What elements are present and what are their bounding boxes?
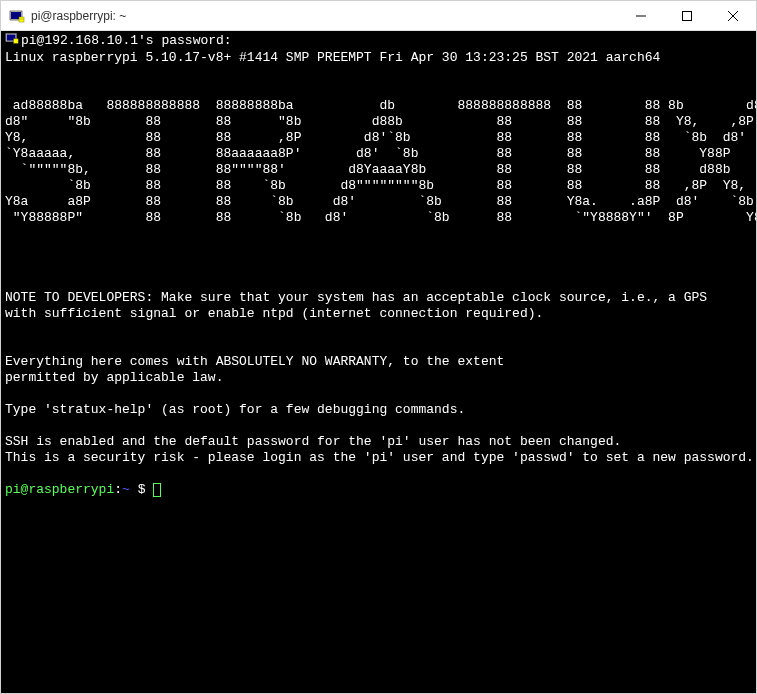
ssh-warning-1: SSH is enabled and the default password …: [5, 434, 621, 449]
prompt-userhost: pi@raspberrypi: [5, 482, 114, 497]
close-button[interactable]: [710, 1, 756, 31]
prompt-colon: :: [114, 482, 122, 497]
putty-icon: [9, 8, 25, 24]
window-title: pi@raspberrypi: ~: [31, 9, 618, 23]
minimize-button[interactable]: [618, 1, 664, 31]
help-hint: Type 'stratux-help' (as root) for a few …: [5, 402, 465, 417]
warranty-2: permitted by applicable law.: [5, 370, 223, 385]
svg-rect-5: [683, 11, 692, 20]
dev-note-1: NOTE TO DEVELOPERS: Make sure that your …: [5, 290, 707, 305]
svg-rect-10: [14, 39, 18, 43]
titlebar[interactable]: pi@raspberrypi: ~: [1, 1, 756, 31]
dev-note-2: with sufficient signal or enable ntpd (i…: [5, 306, 543, 321]
login-prompt: pi@192.168.10.1's password:: [21, 33, 232, 49]
warranty-1: Everything here comes with ABSOLUTELY NO…: [5, 354, 504, 369]
terminal-output[interactable]: pi@192.168.10.1's password:Linux raspber…: [1, 31, 756, 693]
prompt-symbol: $: [138, 482, 154, 497]
ssh-warning-2: This is a security risk - please login a…: [5, 450, 754, 465]
window-controls: [618, 1, 756, 31]
kernel-info: Linux raspberrypi 5.10.17-v8+ #1414 SMP …: [5, 50, 660, 65]
svg-rect-2: [19, 17, 24, 22]
putty-small-icon: [5, 31, 21, 50]
maximize-button[interactable]: [664, 1, 710, 31]
ascii-banner: ad88888ba 888888888888 88888888ba db 888…: [5, 98, 756, 225]
putty-window: pi@raspberrypi: ~ pi@192.168.10.1's pass…: [0, 0, 757, 694]
prompt-path: ~: [122, 482, 138, 497]
terminal-cursor: [153, 483, 161, 497]
